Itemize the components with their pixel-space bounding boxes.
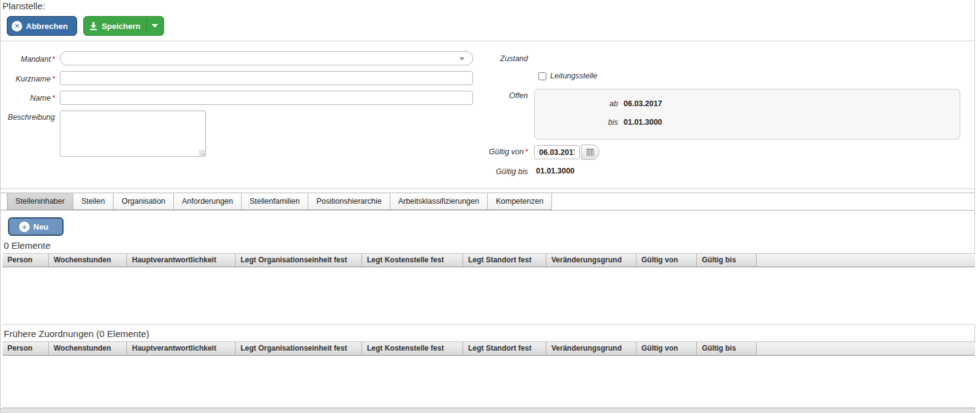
column-header-filler (757, 254, 975, 267)
mandant-select[interactable] (60, 51, 473, 65)
gueltig-bis-value: 01.01.3000 (536, 167, 575, 175)
column-header-filler (757, 342, 975, 355)
column-header[interactable]: Legt Standort fest (463, 254, 546, 267)
column-header[interactable]: Veränderungsgrund (546, 342, 636, 355)
assignment-table-header: PersonWochenstundenHauptverantwortlichke… (2, 253, 975, 267)
kurzname-label: Kurzname* (1, 75, 55, 83)
previous-assignment-table: PersonWochenstundenHauptverantwortlichke… (2, 341, 975, 408)
column-header[interactable]: Wochenstunden (49, 254, 127, 267)
column-header[interactable]: Hauptverantwortlichkeit (127, 342, 236, 355)
tab-kompetenzen[interactable]: Kompetenzen (487, 193, 552, 210)
save-button-label: Speichern (102, 22, 141, 31)
previous-assignment-table-body (2, 356, 975, 408)
position-form: Mandant* Kurzname* Name* Beschreibung Zu… (1, 41, 974, 189)
name-label: Name* (1, 94, 55, 102)
column-header[interactable]: Legt Organisationseinheit fest (236, 254, 362, 267)
new-button-label: Neu (33, 222, 49, 232)
save-icon (89, 22, 98, 31)
column-header[interactable]: Hauptverantwortlichkeit (127, 254, 236, 267)
leitungsstelle-row: Leitungsstelle (538, 72, 597, 80)
gueltig-von-input[interactable] (534, 145, 580, 159)
offen-bis-label: bis (535, 118, 618, 127)
leitungsstelle-label: Leitungsstelle (550, 72, 597, 80)
cancel-button-label: Abbrechen (26, 22, 68, 31)
tab-organisation[interactable]: Organisation (113, 193, 174, 210)
tab-content: + Neu 0 Elemente PersonWochenstundenHaup… (1, 211, 974, 408)
save-button[interactable]: Speichern (83, 16, 164, 36)
column-header[interactable]: Gültig von (636, 254, 697, 267)
calendar-icon (586, 149, 595, 156)
tab-positionshierarchie[interactable]: Positionshierarchie (308, 193, 390, 210)
column-header[interactable]: Gültig von (636, 342, 697, 355)
save-button-divider (146, 19, 147, 33)
plus-icon: + (19, 222, 30, 232)
toolbar: ✕ Abbrechen Speichern (7, 16, 974, 36)
offen-ab-label: ab (535, 99, 618, 108)
kurzname-input[interactable] (60, 71, 473, 85)
tab-anforderungen[interactable]: Anforderungen (173, 193, 242, 210)
page-title: Planstelle: (1, 0, 974, 11)
close-icon: ✕ (12, 21, 22, 31)
beschreibung-label: Beschreibung (1, 113, 55, 122)
column-header[interactable]: Legt Kostenstelle fest (362, 254, 463, 267)
column-header[interactable]: Legt Standort fest (463, 342, 546, 355)
offen-bis-value: 01.01.3000 (624, 118, 662, 127)
tab-bar: StelleninhaberStellenOrganisationAnforde… (1, 193, 974, 211)
assignment-table: PersonWochenstundenHauptverantwortlichke… (2, 253, 975, 325)
offen-label: Offen (429, 91, 528, 100)
zustand-label: Zustand (429, 54, 528, 63)
offen-panel: ab 06.03.2017 bis 01.01.3000 (534, 89, 960, 140)
chevron-down-icon[interactable] (152, 24, 158, 28)
gueltig-bis-label: Gültig bis (429, 167, 528, 176)
column-header[interactable]: Veränderungsgrund (546, 254, 636, 267)
tab-stellen[interactable]: Stellen (73, 193, 113, 210)
assignment-table-body (2, 267, 975, 325)
mandant-label: Mandant* (1, 55, 55, 64)
leitungsstelle-checkbox[interactable] (538, 72, 546, 80)
gueltig-von-label: Gültig von* (429, 148, 528, 156)
column-header[interactable]: Wochenstunden (49, 342, 127, 355)
previous-assignments-heading: Frühere Zuordnungen (0 Elemente) (4, 328, 974, 339)
column-header[interactable]: Gültig bis (697, 254, 757, 267)
column-header[interactable]: Legt Kostenstelle fest (362, 342, 463, 355)
previous-assignment-table-header: PersonWochenstundenHauptverantwortlichke… (2, 341, 975, 356)
bottom-scrollbar-track[interactable] (1, 408, 974, 413)
beschreibung-textarea[interactable] (60, 111, 206, 157)
calendar-button[interactable] (581, 144, 599, 160)
page: Planstelle: ✕ Abbrechen Speichern Mandan… (0, 0, 975, 413)
new-button[interactable]: + Neu (8, 217, 64, 236)
tab-stelleninhaber[interactable]: Stelleninhaber (7, 193, 73, 210)
element-count: 0 Elemente (4, 240, 974, 251)
tab-arbeitsklassifizierungen[interactable]: Arbeitsklassifizierungen (390, 193, 488, 210)
offen-ab-value: 06.03.2017 (624, 99, 662, 108)
column-header[interactable]: Legt Organisationseinheit fest (236, 342, 362, 355)
column-header[interactable]: Person (2, 342, 49, 355)
tab-stellenfamilien[interactable]: Stellenfamilien (241, 193, 308, 210)
name-input[interactable] (60, 91, 473, 105)
cancel-button[interactable]: ✕ Abbrechen (7, 16, 77, 36)
column-header[interactable]: Person (2, 254, 49, 267)
column-header[interactable]: Gültig bis (697, 342, 757, 355)
